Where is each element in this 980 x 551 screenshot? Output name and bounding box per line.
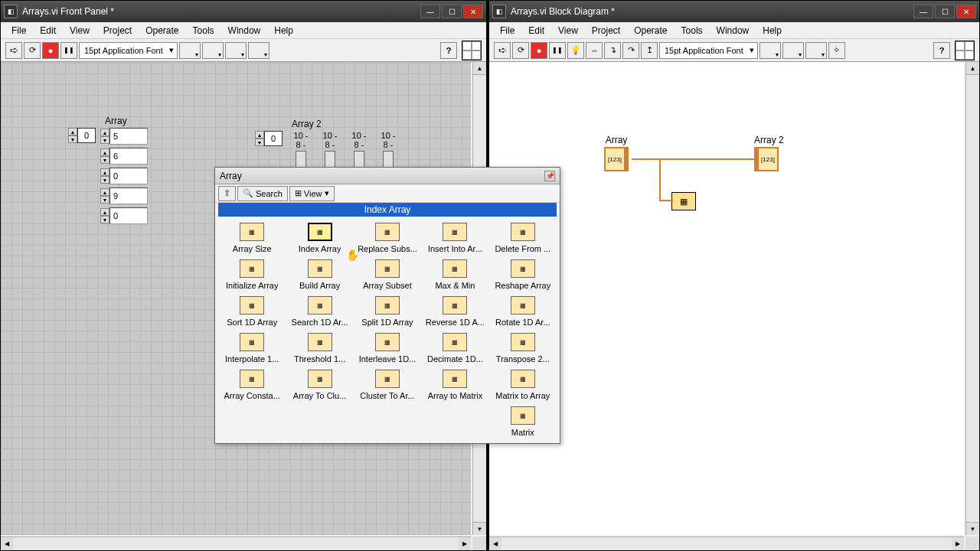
help-button[interactable] [440, 42, 457, 59]
palette-item[interactable]: ▦Array To Clu... [286, 367, 353, 403]
connector-pane-icon[interactable] [955, 41, 975, 60]
menu-project[interactable]: Project [586, 24, 626, 37]
palette-item[interactable]: ▦Decimate 1D... [421, 330, 488, 367]
palette-item[interactable]: ▦Insert Into Ar... [421, 220, 488, 256]
array1-index[interactable]: 0 [77, 128, 96, 143]
maximize-button[interactable]: ☐ [935, 5, 955, 18]
search-button[interactable]: 🔍Search [237, 186, 288, 201]
horizontal-scrollbar[interactable] [1, 536, 471, 550]
step-out-button[interactable]: ↥ [641, 42, 658, 59]
distribute-dropdown[interactable] [202, 42, 224, 59]
array1-element[interactable]: ▲▼0 [100, 168, 148, 184]
wire[interactable] [632, 158, 756, 160]
palette-item[interactable]: ▦Array Consta... [218, 367, 286, 403]
down-arrow-icon[interactable]: ▼ [100, 156, 109, 164]
resize-corner[interactable] [965, 536, 979, 550]
resize-dropdown[interactable] [225, 42, 247, 59]
up-arrow-icon[interactable]: ▲ [100, 129, 109, 136]
align-dropdown[interactable] [760, 42, 781, 59]
palette-item[interactable]: ▦Matrix to Array [489, 367, 557, 403]
resize-corner[interactable] [472, 536, 486, 550]
down-arrow-icon[interactable]: ▼ [100, 196, 109, 204]
menu-file[interactable]: File [494, 24, 521, 37]
vertical-scrollbar[interactable] [965, 62, 979, 535]
retain-wire-button[interactable]: ⎓ [586, 42, 603, 59]
font-selector[interactable]: 15pt Application Font [659, 42, 758, 59]
help-button[interactable] [933, 42, 950, 59]
menu-window[interactable]: Window [710, 24, 756, 37]
pause-button[interactable] [60, 42, 77, 59]
up-to-owning-button[interactable]: ⇧ [218, 186, 236, 201]
run-button[interactable] [494, 42, 511, 59]
up-arrow-icon[interactable]: ▲ [68, 128, 77, 135]
palette-item[interactable]: ▦Array Subset [354, 256, 421, 293]
array2-index[interactable]: 0 [264, 131, 283, 146]
menu-project[interactable]: Project [97, 24, 138, 37]
menu-operate[interactable]: Operate [628, 24, 673, 37]
down-arrow-icon[interactable]: ▼ [100, 136, 109, 144]
menu-edit[interactable]: Edit [34, 24, 62, 37]
palette-item[interactable]: ▦Interleave 1D... [354, 330, 421, 367]
down-arrow-icon[interactable]: ▼ [100, 216, 109, 223]
block-diagram-canvas[interactable]: Array [123] Array 2 [123] ▦ [489, 62, 964, 535]
cleanup-button[interactable]: ✧ [828, 42, 845, 59]
pin-button[interactable]: 📌 [544, 171, 555, 181]
index-array-function[interactable]: ▦ [671, 192, 696, 210]
maximize-button[interactable]: ☐ [442, 5, 462, 18]
palette-item[interactable]: ▦Threshold 1... [286, 330, 353, 367]
array-control-terminal[interactable]: Array [123] [604, 135, 629, 171]
up-arrow-icon[interactable]: ▲ [255, 131, 264, 139]
down-arrow-icon[interactable]: ▼ [100, 176, 109, 184]
reorder-dropdown[interactable] [805, 42, 827, 59]
abort-button[interactable] [42, 42, 59, 59]
highlight-execution-button[interactable] [567, 42, 584, 59]
palette-item[interactable]: ▦Rotate 1D Ar... [489, 293, 557, 330]
down-arrow-icon[interactable]: ▼ [68, 135, 77, 143]
abort-button[interactable] [531, 42, 547, 59]
menu-edit[interactable]: Edit [522, 24, 550, 37]
step-over-button[interactable]: ↷ [622, 42, 639, 59]
connector-pane-icon[interactable] [462, 41, 482, 60]
run-button[interactable] [5, 42, 22, 59]
array1-index-spinner[interactable]: ▲▼ 0 [68, 128, 96, 143]
wire[interactable] [659, 200, 673, 201]
numeric-value[interactable]: 9 [109, 187, 148, 204]
view-dropdown[interactable]: ⊞View▾ [289, 186, 335, 201]
wire[interactable] [659, 158, 661, 201]
array1-element[interactable]: ▲▼5 [100, 128, 148, 145]
menu-view[interactable]: View [552, 24, 584, 37]
horizontal-scrollbar[interactable] [489, 536, 964, 550]
menu-help[interactable]: Help [756, 24, 788, 37]
palette-titlebar[interactable]: Array 📌 [215, 168, 560, 184]
palette-item[interactable]: ▦Interpolate 1... [218, 330, 286, 367]
front-titlebar[interactable]: ◧ Arrays.vi Front Panel * — ☐ ✕ [1, 1, 486, 22]
align-dropdown[interactable] [179, 42, 201, 59]
block-titlebar[interactable]: ◧ Arrays.vi Block Diagram * — ☐ ✕ [489, 1, 979, 22]
step-into-button[interactable]: ↴ [604, 42, 621, 59]
palette-item[interactable]: ▦Matrix [489, 403, 557, 440]
numeric-value[interactable]: 0 [109, 207, 148, 224]
run-continuous-button[interactable] [24, 42, 41, 59]
array1-element[interactable]: ▲▼6 [100, 148, 148, 165]
palette-item[interactable]: ▦Replace Subs... [354, 220, 421, 256]
palette-item[interactable]: ▦Array to Matrix [421, 367, 488, 403]
minimize-button[interactable]: — [913, 5, 933, 18]
up-arrow-icon[interactable]: ▲ [100, 148, 109, 156]
run-continuous-button[interactable] [512, 42, 529, 59]
down-arrow-icon[interactable]: ▼ [255, 139, 264, 146]
palette-item[interactable]: ▦Initialize Array [218, 256, 286, 293]
menu-operate[interactable]: Operate [139, 24, 185, 37]
up-arrow-icon[interactable]: ▲ [100, 208, 109, 216]
menu-file[interactable]: File [5, 24, 32, 37]
palette-item[interactable]: ▦Split 1D Array [354, 293, 421, 330]
numeric-value[interactable]: 5 [109, 128, 148, 145]
minimize-button[interactable]: — [420, 5, 440, 18]
palette-item[interactable]: ▦Cluster To Ar... [354, 367, 421, 403]
up-arrow-icon[interactable]: ▲ [100, 188, 109, 196]
close-button[interactable]: ✕ [463, 5, 483, 18]
array-control-1[interactable]: Array ▲▼ 0 ▲▼5▲▼6▲▼0▲▼9▲▼0 [68, 116, 148, 224]
distribute-dropdown[interactable] [782, 42, 804, 59]
menu-window[interactable]: Window [222, 24, 267, 37]
functions-palette-array[interactable]: Array 📌 ⇧ 🔍Search ⊞View▾ Index Array ▦Ar… [214, 167, 560, 444]
menu-tools[interactable]: Tools [675, 24, 709, 37]
